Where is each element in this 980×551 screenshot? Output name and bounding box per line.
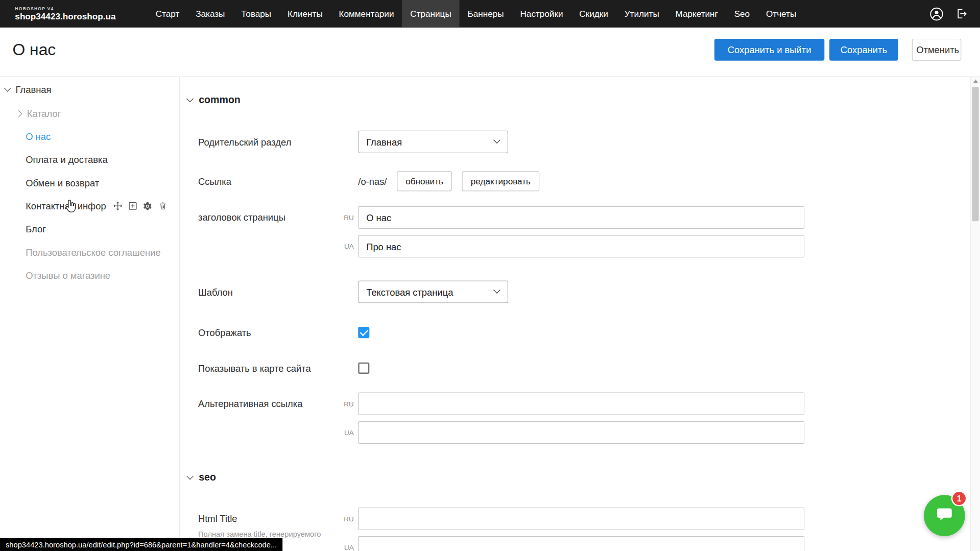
- scroll-up-arrow-icon[interactable]: [973, 79, 978, 83]
- tree-list: Каталог О нас Оплата и доставка Обмен и …: [0, 102, 179, 286]
- page-title-ru-input[interactable]: [358, 206, 804, 229]
- chat-unread-badge: 1: [951, 491, 967, 507]
- nav-item-orders[interactable]: Заказы: [187, 0, 233, 28]
- navbar-right: [929, 0, 980, 28]
- alt-link-ru-input[interactable]: [358, 393, 804, 415]
- section-seo-label: seo: [199, 472, 216, 483]
- vertical-scrollbar[interactable]: [970, 77, 980, 551]
- page-title-ua-input[interactable]: [358, 235, 804, 257]
- sidebar-item-oplata-i-dostavka[interactable]: Оплата и доставка: [0, 148, 179, 171]
- nav-item-banners[interactable]: Баннеры: [460, 0, 512, 28]
- nav-item-marketing[interactable]: Маркетинг: [667, 0, 726, 28]
- logo-domain: shop34423.horoshop.ua: [15, 11, 147, 21]
- nav-item-seo[interactable]: Seo: [726, 0, 758, 28]
- lang-ru-badge: RU: [338, 214, 354, 222]
- section-seo[interactable]: seo: [187, 472, 216, 483]
- parent-section-select[interactable]: Главная: [358, 131, 508, 153]
- html-title-row: Html Title Полная замена title, генериру…: [198, 508, 804, 551]
- display-checkbox[interactable]: [358, 327, 369, 338]
- display-label: Отображать: [198, 327, 338, 338]
- lang-ua-badge: UA: [338, 429, 354, 437]
- page-title-row: заголовок страницы RU UA: [198, 206, 804, 264]
- sidebar-item-o-nas[interactable]: О нас: [0, 125, 179, 148]
- move-icon[interactable]: [112, 201, 123, 211]
- display-row: Отображать: [198, 327, 369, 338]
- template-select[interactable]: Текстовая страница: [358, 281, 508, 303]
- add-page-icon[interactable]: [127, 201, 138, 211]
- logout-icon[interactable]: [954, 6, 969, 21]
- scrollbar-thumb[interactable]: [972, 87, 978, 221]
- nav-item-settings[interactable]: Настройки: [512, 0, 571, 28]
- sidebar-item-kontaktnaya-informatsiya[interactable]: Контактная инфор: [0, 195, 179, 218]
- alt-link-label: Альтернативная ссылка: [198, 393, 338, 409]
- main-menu: Старт Заказы Товары Клиенты Комментарии …: [148, 0, 804, 28]
- tree-item-actions: [112, 201, 168, 211]
- sidebar-item-katalog[interactable]: Каталог: [0, 102, 179, 125]
- link-label: Ссылка: [198, 176, 338, 187]
- sidebar-item-otzyvy-o-magazine[interactable]: Отзывы о магазине: [0, 263, 179, 286]
- template-row: Шаблон Текстовая страница: [198, 281, 508, 303]
- app-window: HOROSHOP V4 shop34423.horoshop.ua Старт …: [0, 0, 980, 551]
- parent-section-value: Главная: [366, 136, 402, 147]
- sitemap-checkbox[interactable]: [358, 363, 369, 374]
- sidebar-item-label: Каталог: [27, 108, 61, 119]
- lang-ua-badge: UA: [338, 243, 354, 250]
- link-path-value: /o-nas/: [358, 176, 387, 187]
- sidebar-root-label: Главная: [16, 84, 52, 95]
- logo-version: HOROSHOP V4: [15, 6, 147, 11]
- chevron-down-icon: [493, 286, 500, 294]
- template-value: Текстовая страница: [366, 286, 453, 297]
- trash-icon[interactable]: [157, 201, 168, 211]
- chevron-right-icon: [15, 110, 22, 117]
- section-common[interactable]: common: [187, 94, 241, 106]
- sidebar-item-blog[interactable]: Блог: [0, 218, 179, 241]
- sidebar-item-label: Обмен и возврат: [26, 178, 99, 188]
- page-edit-form: common Родительский раздел Главная Ссылк…: [180, 77, 970, 551]
- top-navbar: HOROSHOP V4 shop34423.horoshop.ua Старт …: [0, 0, 980, 28]
- gear-icon[interactable]: [142, 201, 153, 211]
- html-title-ru-input[interactable]: [358, 508, 804, 530]
- page-title-label: заголовок страницы: [198, 206, 338, 223]
- nav-item-start[interactable]: Старт: [148, 0, 187, 28]
- account-icon[interactable]: [929, 6, 944, 21]
- html-title-hint: Полная замена title, генерируемого: [198, 530, 338, 539]
- parent-section-label: Родительский раздел: [198, 136, 338, 147]
- lang-ru-badge: RU: [338, 400, 354, 408]
- alt-link-ua-input[interactable]: [358, 421, 804, 444]
- nav-item-pages[interactable]: Страницы: [402, 0, 459, 28]
- nav-item-utilities[interactable]: Утилиты: [616, 0, 667, 28]
- sidebar-item-label: Отзывы о магазине: [26, 270, 110, 281]
- html-title-ua-input[interactable]: [358, 536, 804, 551]
- chevron-down-icon: [4, 85, 11, 92]
- sidebar-item-polzovatelskoe-soglashenie[interactable]: Пользовательское соглашение: [0, 241, 179, 263]
- nav-item-discounts[interactable]: Скидки: [571, 0, 616, 28]
- sidebar-item-label: Пользовательское соглашение: [26, 247, 160, 257]
- nav-item-products[interactable]: Товары: [233, 0, 279, 28]
- nav-item-comments[interactable]: Комментарии: [331, 0, 402, 28]
- browser-status-tooltip: shop34423.horoshop.ua/edit/edit.php?id=6…: [0, 538, 282, 551]
- template-label: Шаблон: [198, 286, 338, 297]
- pages-tree-sidebar: Главная Каталог О нас Оплата и доставка …: [0, 77, 180, 551]
- save-button[interactable]: Сохранить: [829, 39, 898, 61]
- nav-item-reports[interactable]: Отчеты: [758, 0, 804, 28]
- section-common-label: common: [199, 94, 241, 106]
- sidebar-item-glavnaya[interactable]: Главная: [0, 81, 179, 98]
- save-and-exit-button[interactable]: Сохранить и выйти: [714, 39, 824, 61]
- sidebar-item-label: Блог: [26, 224, 46, 234]
- shop-logo[interactable]: HOROSHOP V4 shop34423.horoshop.ua: [0, 0, 148, 28]
- nav-item-clients[interactable]: Клиенты: [279, 0, 331, 28]
- link-refresh-button[interactable]: обновить: [397, 171, 452, 191]
- link-edit-button[interactable]: редактировать: [462, 171, 539, 191]
- sidebar-item-obmen-i-vozvrat[interactable]: Обмен и возврат: [0, 171, 179, 194]
- lang-ua-badge: UA: [338, 544, 354, 551]
- parent-section-row: Родительский раздел Главная: [198, 131, 508, 153]
- page-header: О нас Сохранить и выйти Сохранить Отмени…: [0, 28, 980, 77]
- alt-link-row: Альтернативная ссылка RU UA: [198, 393, 804, 450]
- chat-icon: [935, 505, 954, 526]
- lang-ru-badge: RU: [338, 515, 354, 522]
- sidebar-item-label: Оплата и доставка: [26, 154, 108, 165]
- html-title-label: Html Title: [198, 513, 338, 524]
- chat-launcher-button[interactable]: 1: [924, 495, 965, 536]
- cancel-button[interactable]: Отменить: [912, 39, 962, 61]
- sitemap-row: Показывать в карте сайта: [198, 363, 369, 374]
